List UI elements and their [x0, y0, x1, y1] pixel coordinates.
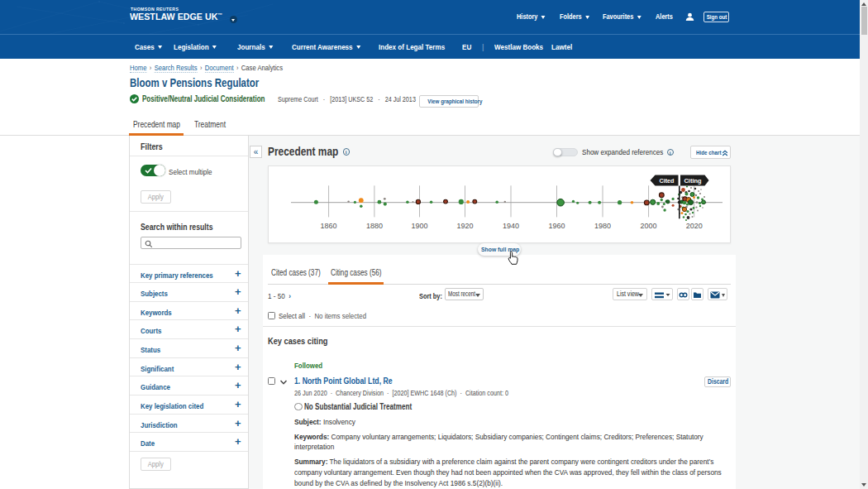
svg-text:1960: 1960 — [548, 222, 565, 230]
svg-text:1920: 1920 — [456, 222, 473, 230]
svg-text:1900: 1900 — [411, 222, 427, 230]
svg-text:1940: 1940 — [503, 222, 519, 230]
svg-text:1860: 1860 — [321, 222, 337, 230]
svg-text:Cited: Cited — [660, 177, 675, 185]
svg-text:2000: 2000 — [641, 222, 657, 230]
svg-text:1980: 1980 — [594, 222, 611, 230]
svg-text:Citing: Citing — [684, 177, 702, 185]
svg-text:2020: 2020 — [686, 222, 703, 230]
svg-text:1880: 1880 — [366, 222, 383, 230]
